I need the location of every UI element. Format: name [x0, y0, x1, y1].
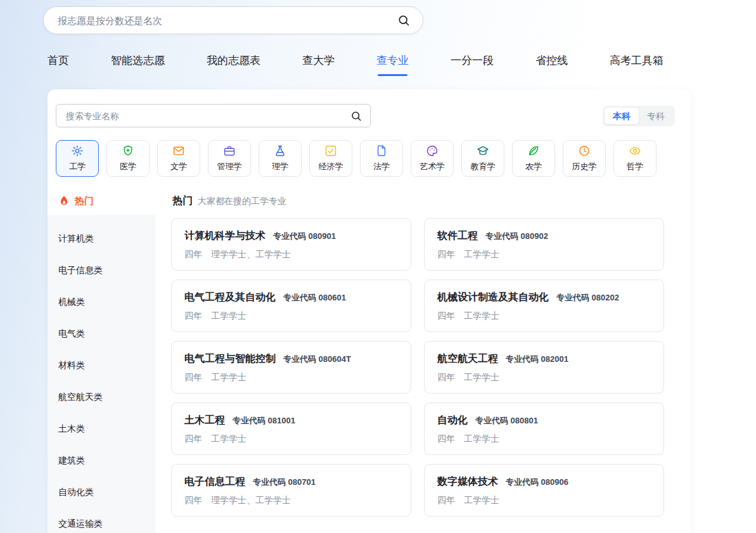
major-duration: 四年 — [184, 249, 202, 260]
nav-item[interactable]: 首页 — [48, 53, 69, 76]
content: 热门 大家都在搜的工学专业 计算机科学与技术 专业代码 080901 四年 理学… — [155, 187, 691, 533]
sidebar-item-hot[interactable]: 热门 — [48, 187, 155, 215]
major-code: 专业代码 080601 — [283, 292, 346, 304]
major-code: 专业代码 080901 — [273, 231, 336, 242]
major-name: 电子信息工程 — [184, 475, 245, 489]
flame-icon — [58, 195, 70, 207]
category-label: 法学 — [373, 161, 390, 172]
nav-item[interactable]: 我的志愿表 — [207, 53, 260, 76]
major-search-box — [56, 104, 371, 127]
level-toggle-option[interactable]: 专科 — [639, 108, 673, 124]
category-button[interactable]: 管理学 — [208, 140, 251, 177]
category-button[interactable]: 历史学 — [563, 140, 606, 177]
category-button[interactable]: 理学 — [259, 140, 302, 177]
major-name: 机械设计制造及其自动化 — [437, 291, 549, 304]
major-name: 航空航天工程 — [437, 352, 498, 366]
top-search-bar — [43, 6, 423, 34]
major-card[interactable]: 软件工程 专业代码 080902 四年 工学学士 — [424, 218, 664, 271]
category-label: 经济学 — [319, 161, 343, 172]
major-card[interactable]: 航空航天工程 专业代码 082001 四年 工学学士 — [424, 341, 664, 394]
major-search-panel: 本科专科 工学 医学 文学 管理学 理学 经济学 法学 艺术学 — [48, 89, 691, 533]
category-button[interactable]: 医学 — [106, 140, 150, 177]
category-button[interactable]: 法学 — [360, 140, 403, 177]
sidebar-item[interactable]: 自动化类 — [48, 476, 155, 508]
category-button[interactable]: 教育学 — [461, 140, 504, 177]
search-icon[interactable] — [397, 14, 410, 27]
top-search-input[interactable] — [56, 15, 397, 27]
major-duration: 四年 — [184, 311, 202, 322]
major-code: 专业代码 080902 — [485, 231, 548, 242]
major-duration: 四年 — [184, 495, 202, 506]
category-button[interactable]: 经济学 — [309, 140, 352, 177]
major-card[interactable]: 电气工程与智能控制 专业代码 080604T 四年 工学学士 — [171, 341, 411, 394]
document-icon — [375, 144, 388, 157]
nav-item-label: 一分一段 — [451, 53, 494, 68]
category-row: 工学 医学 文学 管理学 理学 经济学 法学 艺术学 教育学 农学 — [48, 140, 691, 177]
major-card[interactable]: 自动化 专业代码 080801 四年 工学学士 — [424, 402, 664, 455]
category-button[interactable]: 文学 — [157, 140, 200, 177]
nav-item[interactable]: 智能选志愿 — [111, 53, 165, 76]
nav-item-label: 省控线 — [535, 53, 568, 68]
category-label: 农学 — [525, 161, 542, 172]
major-card[interactable]: 电子信息工程 专业代码 080701 四年 理学学士、工学学士 — [171, 464, 411, 517]
sidebar-item[interactable]: 电气类 — [48, 318, 155, 349]
nav-item[interactable]: 一分一段 — [451, 53, 494, 76]
major-name: 计算机科学与技术 — [184, 229, 266, 243]
nav-item-label: 高考工具箱 — [610, 53, 663, 68]
major-card[interactable]: 计算机科学与技术 专业代码 080901 四年 理学学士、工学学士 — [171, 218, 411, 271]
sidebar-item[interactable]: 交通运输类 — [48, 508, 155, 533]
sidebar-item[interactable]: 土木类 — [48, 413, 155, 444]
major-duration: 四年 — [437, 495, 455, 506]
major-card[interactable]: 机械设计制造及其自动化 专业代码 080202 四年 工学学士 — [424, 279, 664, 332]
level-toggle: 本科专科 — [603, 106, 675, 126]
major-code: 专业代码 080202 — [556, 292, 619, 304]
major-degrees: 工学学士 — [464, 495, 499, 506]
major-code: 专业代码 080701 — [253, 477, 316, 488]
major-degrees: 工学学士 — [464, 372, 499, 383]
nav-item[interactable]: 查大学 — [302, 53, 335, 76]
category-button[interactable]: 工学 — [56, 140, 99, 177]
major-name: 电气工程及其自动化 — [184, 291, 276, 304]
major-card[interactable]: 数字媒体技术 专业代码 080906 四年 工学学士 — [424, 464, 664, 517]
major-duration: 四年 — [437, 433, 455, 445]
category-label: 历史学 — [572, 161, 597, 172]
sidebar-item[interactable]: 材料类 — [48, 349, 155, 381]
sidebar-item[interactable]: 电子信息类 — [48, 254, 155, 286]
category-label: 艺术学 — [420, 161, 445, 172]
category-button[interactable]: 农学 — [512, 140, 555, 177]
category-label: 哲学 — [627, 161, 643, 172]
major-code: 专业代码 080604T — [283, 354, 351, 365]
nav-item-label: 智能选志愿 — [111, 53, 165, 68]
sidebar-item[interactable]: 建筑类 — [48, 444, 155, 476]
major-degrees: 工学学士 — [464, 433, 499, 445]
major-name: 软件工程 — [437, 229, 478, 243]
major-card[interactable]: 电气工程及其自动化 专业代码 080601 四年 工学学士 — [171, 279, 411, 332]
sidebar-list: 计算机类电子信息类机械类电气类材料类航空航天类土木类建筑类自动化类交通运输类 — [48, 215, 155, 533]
content-header-title: 热门 — [172, 195, 193, 208]
nav-item[interactable]: 省控线 — [535, 53, 568, 76]
nav-item[interactable]: 高考工具箱 — [610, 53, 674, 76]
major-card[interactable]: 土木工程 专业代码 081001 四年 工学学士 — [171, 402, 411, 455]
graduation-cap-icon — [477, 144, 489, 157]
category-button[interactable]: 哲学 — [613, 140, 657, 177]
major-degrees: 工学学士 — [211, 311, 247, 322]
level-toggle-option[interactable]: 本科 — [605, 108, 639, 124]
content-header: 热门 大家都在搜的工学专业 — [172, 195, 664, 208]
nav-item-label: 首页 — [48, 53, 69, 68]
content-header-subtitle: 大家都在搜的工学专业 — [198, 196, 286, 207]
major-degrees: 理学学士、工学学士 — [211, 249, 291, 260]
sidebar-item[interactable]: 计算机类 — [48, 222, 155, 254]
mail-icon — [172, 144, 185, 157]
major-degrees: 工学学士 — [464, 311, 499, 322]
sidebar-item[interactable]: 机械类 — [48, 286, 155, 318]
major-search-input[interactable] — [65, 110, 344, 122]
sidebar-item[interactable]: 航空航天类 — [48, 381, 155, 413]
gear-icon — [71, 144, 84, 157]
major-degrees: 工学学士 — [211, 433, 247, 445]
major-duration: 四年 — [437, 249, 455, 260]
major-duration: 四年 — [184, 433, 202, 445]
major-name: 电气工程与智能控制 — [184, 352, 276, 366]
search-icon[interactable] — [350, 110, 362, 122]
category-button[interactable]: 艺术学 — [411, 140, 454, 177]
nav-item[interactable]: 查专业 — [376, 53, 409, 76]
